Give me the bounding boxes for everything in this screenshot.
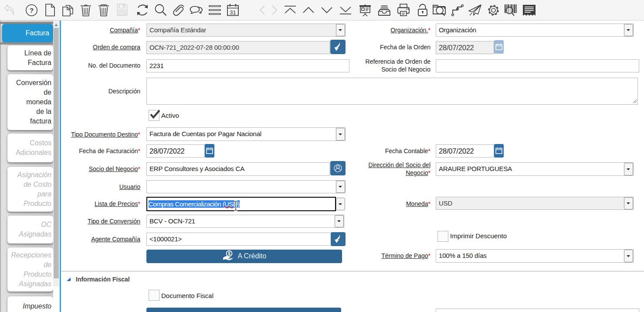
svg-text:31: 31 <box>230 9 236 16</box>
svg-text:?: ? <box>30 7 34 14</box>
svg-text:$: $ <box>228 251 230 256</box>
